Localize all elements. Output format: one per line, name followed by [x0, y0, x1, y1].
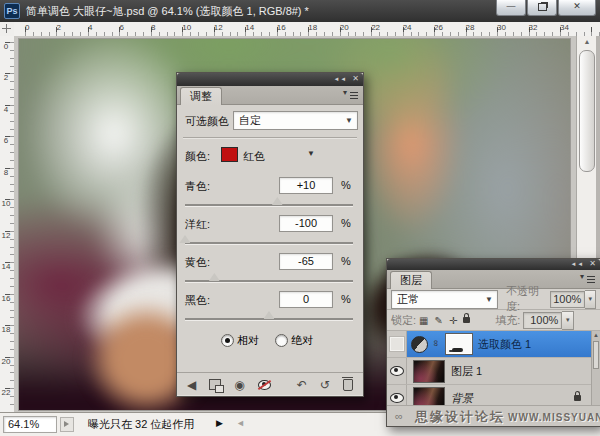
photoshop-window: Ps 简单调色 大眼仔~旭.psd @ 64.1% (选取颜色 1, RGB/8…: [0, 0, 600, 436]
ruler-number: 0: [25, 23, 29, 32]
black-slider-thumb[interactable]: [264, 311, 275, 319]
visibility-toggle[interactable]: [387, 331, 407, 357]
ruler-number: 30: [497, 23, 506, 32]
switch-panel-view-icon[interactable]: [209, 379, 221, 390]
back-arrow-icon[interactable]: ◀: [187, 379, 196, 391]
layer-row-layer1[interactable]: 图层 1: [387, 358, 600, 385]
layers-scrollbar[interactable]: ▲ ▼: [591, 331, 600, 412]
magenta-slider-track[interactable]: [185, 242, 353, 244]
ruler-number: 0: [0, 43, 12, 51]
lock-transparency-icon[interactable]: ▦: [419, 315, 428, 326]
ruler-horizontal: 0246810121416182022242628303234: [14, 22, 600, 37]
opacity-spinner-icon[interactable]: ▾: [585, 290, 596, 309]
selective-color-label: 可选颜色: [185, 114, 229, 129]
ruler-number: 12: [0, 232, 12, 240]
layers-panel: ◄◄ ✕ 图层 正常 ▼ 不透明度: 100% ▾ 锁定: ▦ ✎ ✛ 填充: …: [386, 258, 600, 427]
lock-all-icon[interactable]: [463, 317, 470, 323]
app-icon: Ps: [4, 3, 20, 19]
mask-link-icon: ∞: [431, 340, 441, 348]
ruler-origin-box[interactable]: [0, 22, 15, 37]
layers-scrollbar-thumb[interactable]: [593, 341, 599, 369]
ruler-number: 2: [56, 23, 60, 32]
magenta-value-field[interactable]: -100: [279, 215, 333, 232]
tab-adjustments[interactable]: 调整: [180, 87, 222, 105]
layers-panel-header[interactable]: ◄◄ ✕: [387, 259, 600, 270]
restore-button[interactable]: [527, 0, 557, 16]
preset-dropdown[interactable]: 自定 ▼: [233, 111, 358, 130]
adjustments-footer: ◀ ◉ ↶ ↺: [177, 372, 363, 396]
zoom-level-field[interactable]: 64.1%: [3, 416, 57, 433]
black-unit: %: [341, 293, 351, 305]
ruler-number: 2: [0, 74, 12, 82]
watermark-url: WWW.MISSYUAN.COM: [508, 412, 600, 423]
ruler-number: 4: [88, 23, 92, 32]
ruler-number: 22: [371, 23, 380, 32]
yellow-unit: %: [341, 255, 351, 267]
link-layers-icon[interactable]: ∞: [395, 410, 403, 422]
lock-row: 锁定: ▦ ✎ ✛ 填充: 100% ▾: [387, 310, 600, 331]
restore-icon: [538, 3, 547, 11]
delete-adjustment-icon[interactable]: [343, 379, 353, 391]
close-panel-icon[interactable]: ✕: [589, 259, 597, 268]
color-swatch[interactable]: [221, 147, 238, 162]
ruler-number: 32: [529, 23, 538, 32]
yellow-slider-track[interactable]: [185, 280, 353, 282]
fill-label: 填充:: [495, 313, 520, 328]
blend-mode-dropdown[interactable]: 正常 ▼: [391, 290, 498, 309]
scroll-up-icon[interactable]: ▲: [592, 332, 600, 338]
view-previous-state-icon[interactable]: ↶: [297, 379, 307, 391]
magenta-label: 洋红:: [185, 217, 210, 232]
layer-row-selective-color[interactable]: ∞ 选取颜色 1: [387, 331, 600, 358]
cyan-label: 青色:: [185, 179, 210, 194]
opacity-field[interactable]: 100%: [550, 291, 585, 308]
color-dropdown-arrow-icon[interactable]: ▼: [307, 149, 315, 158]
tab-layers[interactable]: 图层: [390, 271, 432, 289]
yellow-value-field[interactable]: -65: [279, 253, 333, 270]
cyan-slider-track[interactable]: [185, 204, 353, 206]
minimize-button[interactable]: —: [496, 0, 526, 16]
layer-mask-thumbnail[interactable]: [445, 333, 473, 355]
yellow-slider-thumb[interactable]: [209, 273, 220, 281]
collapse-panel-icon[interactable]: ◄◄: [570, 261, 584, 267]
clip-to-layer-icon[interactable]: ◉: [234, 379, 244, 391]
layer-name[interactable]: 图层 1: [451, 364, 482, 379]
toggle-visibility-icon[interactable]: [258, 380, 271, 390]
lock-move-icon[interactable]: ✛: [449, 315, 457, 326]
ruler-number: 10: [182, 23, 191, 32]
visibility-toggle[interactable]: [387, 358, 407, 384]
cyan-slider-thumb[interactable]: [272, 197, 283, 205]
dropdown-arrow-icon: ▼: [485, 291, 493, 308]
lock-paint-icon[interactable]: ✎: [435, 315, 443, 326]
vertical-scrollbar-thumb[interactable]: [579, 50, 595, 172]
close-panel-icon[interactable]: ✕: [352, 74, 360, 83]
h-scrollbar-left-icon[interactable]: ◄: [236, 418, 245, 428]
status-menu-arrow-icon[interactable]: ▶: [216, 418, 223, 428]
eye-icon: [390, 366, 404, 376]
magenta-slider-thumb[interactable]: [180, 235, 191, 243]
watermark: 思缘设计论坛 WWW.MISSYUAN.COM: [415, 408, 600, 426]
adjustments-panel-header[interactable]: ◄◄ ✕: [177, 73, 363, 86]
radio-relative[interactable]: 相对: [221, 333, 259, 348]
dropdown-arrow-icon: ▼: [345, 112, 353, 129]
black-slider-track[interactable]: [185, 318, 353, 320]
layer-name[interactable]: 背景: [451, 391, 473, 406]
adjustment-layer-icon[interactable]: [411, 336, 428, 353]
fill-spinner-icon[interactable]: ▾: [562, 311, 574, 330]
panel-menu-icon[interactable]: [343, 90, 359, 101]
layer-thumbnail[interactable]: [413, 360, 445, 383]
ruler-number: 6: [0, 137, 12, 145]
radio-absolute[interactable]: 绝对: [275, 333, 313, 348]
collapse-panel-icon[interactable]: ◄◄: [333, 76, 347, 82]
close-button[interactable]: ✕: [558, 0, 596, 16]
divider: [183, 137, 357, 138]
black-value-field[interactable]: 0: [279, 291, 333, 308]
color-name[interactable]: 红色: [243, 149, 265, 164]
panel-menu-icon[interactable]: [580, 274, 596, 285]
watermark-site: 思缘设计论坛: [415, 409, 505, 424]
cyan-value-field[interactable]: +10: [279, 177, 333, 194]
reset-adjustment-icon[interactable]: ↺: [320, 379, 330, 391]
ruler-number: 14: [245, 23, 254, 32]
scroll-up-icon[interactable]: ▲: [577, 38, 597, 45]
fill-field[interactable]: 100%: [523, 312, 562, 329]
layer-name[interactable]: 选取颜色 1: [478, 337, 531, 352]
